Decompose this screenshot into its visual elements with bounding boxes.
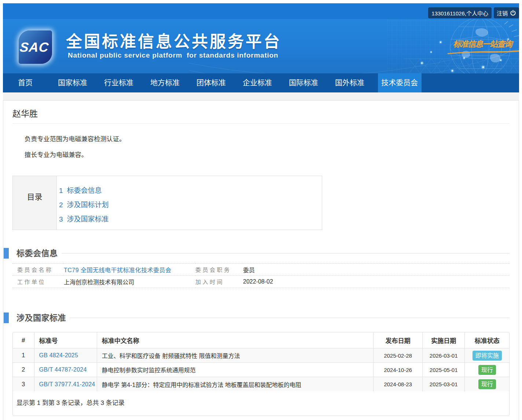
toc-num-2: 2 <box>59 201 63 209</box>
row-1-code-link[interactable]: GB 4824-2025 <box>39 352 78 358</box>
committee-name-label: 委员会名称 <box>17 267 53 273</box>
power-icon <box>510 10 516 16</box>
slogan-text: 标准信息一站查询 <box>453 37 512 49</box>
toc-item-2: 2涉及国标计划 <box>59 198 109 212</box>
toc-link-national-standards[interactable]: 3涉及国家标准 <box>59 215 109 223</box>
row-1-status-badge: 即将实施 <box>473 351 502 361</box>
row-2-index: 2 <box>13 363 34 377</box>
nav-item-enterprise: 企业标准 <box>239 73 276 92</box>
row-3-implemented: 2025-03-01 <box>423 377 465 391</box>
member-name: 赵华胜 <box>12 101 510 124</box>
header-code: 标准号 <box>34 332 97 348</box>
logout-button[interactable]: 注销 <box>494 7 519 18</box>
section-marker-icon <box>4 248 9 259</box>
row-1-index: 1 <box>13 348 34 363</box>
toc-label-2: 涉及国标计划 <box>67 201 109 209</box>
toc-label-1: 标委会信息 <box>67 187 102 194</box>
toc-list: 1标委会信息 2涉及国标计划 3涉及国家标准 <box>57 176 109 230</box>
site-title: 全国标准信息公共服务平台 <box>66 34 282 50</box>
committee-info-table: 委员会名称 TC79 全国无线电干扰标准化技术委员会 委员会职务 委员 工作单位… <box>12 263 510 288</box>
brand-text: 全国标准信息公共服务平台 National public service pla… <box>66 34 282 59</box>
row-1-name: 工业、科学和医疗设备 射频骚扰特性 限值和测量方法 <box>97 348 373 363</box>
intro-paragraph-2: 擅长专业为电磁兼容。 <box>12 151 510 160</box>
standards-row-1: 1 GB 4824-2025 工业、科学和医疗设备 射频骚扰特性 限值和测量方法… <box>13 348 509 363</box>
header-name: 标准中文名称 <box>97 332 373 348</box>
row-3-index: 3 <box>13 377 34 391</box>
committee-info-row-1: 委员会名称 TC79 全国无线电干扰标准化技术委员会 委员会职务 委员 <box>12 263 510 275</box>
content-panel: 赵华胜 负责专业范围为电磁兼容检测认证。 擅长专业为电磁兼容。 目录 1标委会信… <box>3 100 519 420</box>
gap-strip <box>3 92 519 100</box>
row-3-name: 静电学 第4-1部分：特定应用中的标准试验方法 地板覆盖层和装配地板的电阻 <box>97 377 373 391</box>
account-button[interactable]: 13301611026,个人中心 <box>428 7 492 18</box>
nav-link-industry[interactable]: 行业标准 <box>101 73 137 92</box>
row-2-name: 静电控制参数实时监控系统通用规范 <box>97 363 373 377</box>
logout-label: 注销 <box>497 9 508 17</box>
header-implemented: 实施日期 <box>423 332 465 348</box>
nav-link-local[interactable]: 地方标准 <box>147 73 183 92</box>
nav-link-foreign[interactable]: 国外标准 <box>332 73 368 92</box>
nav-link-national[interactable]: 国家标准 <box>55 73 91 92</box>
nav-item-local: 地方标准 <box>147 73 183 92</box>
slogan-underline <box>447 50 519 55</box>
toc-num-1: 1 <box>59 187 63 194</box>
row-1-implemented: 2026-03-01 <box>423 348 465 363</box>
nav-list: 首页 国家标准 行业标准 地方标准 团体标准 企业标准 国际标准 国外标准 技术… <box>3 73 519 92</box>
toc-link-national-plans[interactable]: 2涉及国标计划 <box>59 201 109 209</box>
toc-num-3: 3 <box>59 215 63 223</box>
account-label: 13301611026,个人中心 <box>431 9 488 17</box>
main-nav: 首页 国家标准 行业标准 地方标准 团体标准 企业标准 国际标准 国外标准 技术… <box>3 73 519 92</box>
nav-item-international: 国际标准 <box>286 73 322 92</box>
row-2-published: 2024-10-26 <box>373 363 422 377</box>
standards-row-3: 3 GB/T 37977.41-2024 静电学 第4-1部分：特定应用中的标准… <box>13 377 509 391</box>
committee-info-row-2: 工作单位 上海创京检测技术有限公司 加入时间 2022-08-02 <box>12 275 510 288</box>
topbar: 13301611026,个人中心 注销 <box>3 3 519 19</box>
row-3-status-badge: 现行 <box>478 379 496 390</box>
nav-item-group: 团体标准 <box>193 73 229 92</box>
page: 13301611026,个人中心 注销 <box>0 0 522 420</box>
row-3-code-link[interactable]: GB/T 37977.41-2024 <box>39 381 95 387</box>
section-marker-icon <box>4 313 9 323</box>
nav-link-technical-committee[interactable]: 技术委员会 <box>378 73 422 92</box>
nav-link-enterprise[interactable]: 企业标准 <box>239 73 276 92</box>
header-index: # <box>13 332 34 348</box>
records-summary: 显示第 1 到第 3 条记录，总共 3 条记录 <box>13 391 509 416</box>
standards-section-title: 涉及国家标准 <box>16 313 66 323</box>
standards-table-panel: # 标准号 标准中文名称 发布日期 实施日期 标准状态 1 GB 4824-20… <box>12 332 510 416</box>
work-unit-label: 工作单位 <box>17 279 46 285</box>
join-date-label: 加入时间 <box>195 279 224 285</box>
sac-logo-text: SAC <box>19 40 52 55</box>
banner: SAC 全国标准信息公共服务平台 National public service… <box>3 19 519 73</box>
committee-section-header: 标委会信息 <box>4 248 510 259</box>
site-subtitle: National public service platform for sta… <box>68 52 282 59</box>
nav-link-home[interactable]: 首页 <box>15 73 36 92</box>
row-2-code-link[interactable]: GB/T 44787-2024 <box>39 366 87 373</box>
section-header-line <box>70 318 510 318</box>
row-3-published: 2024-08-23 <box>373 377 422 391</box>
standards-row-2: 2 GB/T 44787-2024 静电控制参数实时监控系统通用规范 2024-… <box>13 363 509 377</box>
join-date-value: 2022-08-02 <box>243 278 273 285</box>
row-1-published: 2025-02-28 <box>373 348 422 363</box>
committee-role-value: 委员 <box>243 267 255 273</box>
toc-item-3: 3涉及国家标准 <box>59 212 109 226</box>
nav-item-industry: 行业标准 <box>101 73 137 92</box>
nav-item-national: 国家标准 <box>55 73 91 92</box>
nav-item-foreign: 国外标准 <box>332 73 368 92</box>
toc-heading: 目录 <box>13 176 57 230</box>
nav-item-technical-committee: 技术委员会 <box>378 73 422 92</box>
section-header-line <box>62 253 510 253</box>
toc-link-committee-info[interactable]: 1标委会信息 <box>59 187 102 194</box>
committee-role-label: 委员会职务 <box>195 267 231 273</box>
committee-name-link[interactable]: TC79 全国无线电干扰标准化技术委员会 <box>64 267 172 273</box>
standards-table: # 标准号 标准中文名称 发布日期 实施日期 标准状态 1 GB 4824-20… <box>13 332 509 391</box>
row-2-status-badge: 现行 <box>478 365 496 375</box>
work-unit-value: 上海创京检测技术有限公司 <box>64 279 134 285</box>
sac-logo[interactable]: SAC <box>19 30 52 64</box>
toc-label-3: 涉及国家标准 <box>67 215 109 223</box>
nav-item-home: 首页 <box>15 73 36 92</box>
nav-link-group[interactable]: 团体标准 <box>193 73 229 92</box>
standards-section-header: 涉及国家标准 <box>4 313 510 323</box>
nav-link-international[interactable]: 国际标准 <box>286 73 322 92</box>
toc-item-1: 1标委会信息 <box>59 183 109 198</box>
committee-section-title: 标委会信息 <box>16 248 58 259</box>
header-published: 发布日期 <box>373 332 422 348</box>
